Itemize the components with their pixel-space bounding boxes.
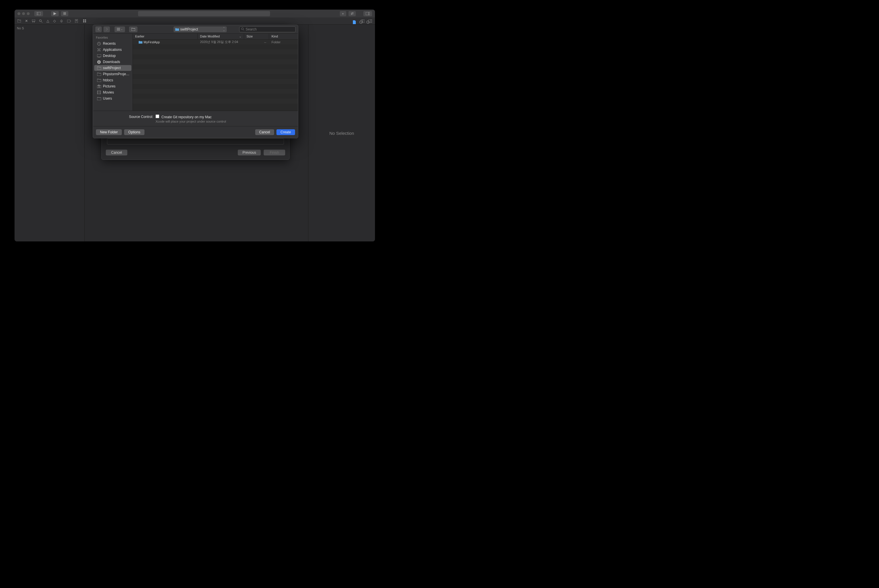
- sidebar-item-users[interactable]: Users: [94, 96, 131, 101]
- sidebar-item-phpstormproje[interactable]: PhpstormProje…: [94, 71, 131, 77]
- navigator-status: No S: [15, 25, 84, 32]
- chevron-down-icon: ⌄: [121, 28, 123, 30]
- file-date: 2020년 9월 26일 오후 2:04: [198, 40, 244, 44]
- file-kind: Folder: [269, 40, 298, 44]
- download-icon: [97, 60, 101, 64]
- wizard-finish-button: Finish: [264, 150, 285, 155]
- sidebar-item-applications[interactable]: Applications: [94, 47, 131, 52]
- create-button[interactable]: Create: [276, 129, 295, 135]
- camera-icon: [97, 85, 101, 88]
- svg-point-25: [242, 28, 243, 30]
- grid-nav-icon[interactable]: [83, 20, 86, 22]
- traffic-lights[interactable]: [17, 12, 30, 15]
- save-dialog: ⌄ swiftProject ⌃⌄ Se: [93, 25, 298, 138]
- column-name[interactable]: Earlier: [133, 34, 198, 39]
- sidebar-item-movies[interactable]: Movies: [94, 90, 131, 95]
- svg-line-26: [243, 30, 244, 30]
- view-mode-button[interactable]: ⌄: [114, 26, 125, 32]
- table-row: [133, 59, 298, 64]
- no-selection-label: No Selection: [329, 131, 354, 136]
- close-window-icon[interactable]: [17, 12, 20, 15]
- sidebar-item-label: swiftProject: [103, 66, 121, 70]
- xcode-window: + ⇄ ✕ △ ◇: [15, 10, 375, 242]
- run-button[interactable]: [51, 11, 59, 16]
- breakpoint-nav-icon[interactable]: [67, 20, 71, 22]
- svg-rect-0: [37, 12, 41, 15]
- svg-rect-37: [98, 85, 99, 86]
- svg-rect-17: [85, 21, 86, 22]
- svg-rect-16: [83, 21, 84, 22]
- column-size[interactable]: Size: [244, 34, 269, 39]
- sidebar-item-swiftproject[interactable]: swiftProject: [94, 65, 131, 71]
- path-label: swiftProject: [180, 27, 198, 32]
- search-icon: [241, 28, 245, 31]
- svg-point-36: [99, 86, 100, 87]
- sidebar-item-recents[interactable]: Recents: [94, 40, 131, 46]
- new-folder-button[interactable]: New Folder: [96, 129, 122, 135]
- path-chevron-icon: ⌃⌄: [223, 27, 225, 32]
- sidebar-item-label: htdocs: [103, 78, 113, 82]
- sidebar-item-label: Applications: [103, 48, 122, 52]
- navigator-panel: No S: [15, 25, 84, 242]
- save-dialog-toolbar: ⌄ swiftProject ⌃⌄ Se: [93, 25, 298, 34]
- sidebar-item-label: Downloads: [103, 60, 120, 64]
- path-selector[interactable]: swiftProject ⌃⌄: [174, 26, 227, 32]
- library-button[interactable]: +: [340, 11, 346, 16]
- column-headers: Earlier Date Modified ⌄ Size Kind: [133, 34, 298, 39]
- folder-icon: [97, 66, 101, 70]
- wizard-previous-button[interactable]: Previous: [238, 150, 261, 155]
- table-row: [133, 54, 298, 59]
- clock-icon: [97, 42, 101, 46]
- nav-back-button[interactable]: [95, 26, 102, 32]
- cancel-button[interactable]: Cancel: [255, 129, 274, 135]
- issue-nav-icon[interactable]: △: [47, 19, 49, 23]
- sidebar-item-pictures[interactable]: Pictures: [94, 83, 131, 89]
- debug-nav-icon[interactable]: [60, 20, 63, 22]
- wizard-cancel-button[interactable]: Cancel: [106, 150, 127, 155]
- help-inspector-icon[interactable]: ?: [366, 20, 370, 24]
- sidebar-toggle-button[interactable]: [34, 11, 43, 16]
- minimize-window-icon[interactable]: [22, 12, 25, 15]
- folder-nav-icon[interactable]: [17, 20, 21, 22]
- table-row: [133, 89, 298, 94]
- test-nav-icon[interactable]: ◇: [53, 19, 56, 23]
- group-button[interactable]: [129, 26, 137, 32]
- file-inspector-icon[interactable]: [353, 20, 356, 24]
- apps-icon: [97, 48, 101, 52]
- source-control-nav-icon[interactable]: ✕: [25, 19, 28, 23]
- save-dialog-sidebar: Favorites RecentsApplicationsDesktopDown…: [93, 34, 133, 111]
- svg-line-10: [41, 21, 42, 22]
- git-checkbox-label[interactable]: Create Git repository on my Mac: [156, 115, 212, 119]
- save-dialog-footer: New Folder Options Cancel Create: [93, 126, 298, 138]
- report-nav-icon[interactable]: [75, 19, 78, 22]
- table-row: [133, 79, 298, 84]
- stop-icon: [63, 12, 66, 15]
- inspector-toggle-button[interactable]: [364, 11, 372, 16]
- svg-point-9: [39, 20, 42, 21]
- source-control-hint: Xcode will place your project under sour…: [156, 120, 226, 123]
- table-row: [133, 69, 298, 74]
- svg-rect-6: [32, 20, 35, 21]
- code-review-button[interactable]: ⇄: [349, 11, 356, 16]
- nav-forward-button[interactable]: [104, 26, 110, 32]
- svg-rect-15: [85, 20, 86, 21]
- git-checkbox[interactable]: [156, 114, 159, 118]
- find-nav-icon[interactable]: [39, 20, 42, 22]
- column-date[interactable]: Date Modified ⌄: [198, 34, 244, 39]
- sidebar-item-label: PhpstormProje…: [103, 72, 129, 76]
- search-input[interactable]: Search: [239, 26, 296, 32]
- column-kind[interactable]: Kind: [269, 34, 298, 39]
- history-inspector-icon[interactable]: [359, 20, 363, 24]
- sidebar-item-downloads[interactable]: Downloads: [94, 59, 131, 65]
- table-row[interactable]: MyFirstApp2020년 9월 26일 오후 2:04--Folder: [133, 39, 298, 45]
- sidebar-item-htdocs[interactable]: htdocs: [94, 77, 131, 83]
- options-button[interactable]: Options: [124, 129, 144, 135]
- stop-button[interactable]: [61, 11, 68, 16]
- svg-rect-4: [366, 12, 370, 15]
- sort-indicator-icon: ⌄: [239, 34, 242, 38]
- zoom-window-icon[interactable]: [27, 12, 30, 15]
- sidebar-item-desktop[interactable]: Desktop: [94, 53, 131, 58]
- symbol-nav-icon[interactable]: [32, 20, 35, 22]
- list-view-icon: [117, 28, 120, 30]
- table-row: [133, 45, 298, 50]
